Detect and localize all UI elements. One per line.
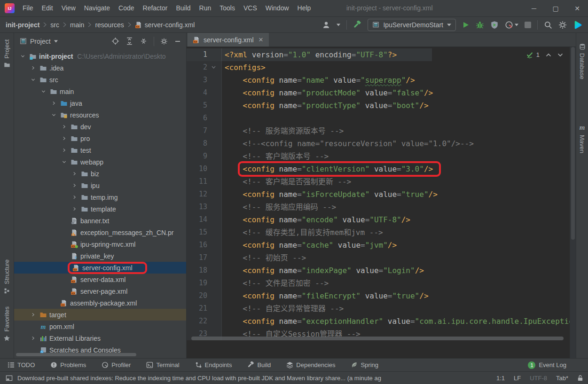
code-line-21[interactable]: 21 <!-- 自定义异常管理器 --> — [187, 302, 576, 315]
run-icon[interactable] — [462, 21, 470, 29]
tree-row-private-key[interactable]: ?private_key — [14, 250, 186, 262]
caret-position[interactable]: 1:1 — [496, 375, 505, 382]
tree-row-test[interactable]: test — [14, 144, 186, 156]
chevron-down-icon[interactable] — [60, 159, 68, 165]
tree-row-java[interactable]: java — [14, 97, 186, 109]
editor-tab-server-config[interactable]: <> server-config.xml ✕ — [188, 33, 269, 47]
gradient-play-icon[interactable] — [573, 20, 582, 30]
editor-gutter[interactable]: 9 — [187, 150, 222, 163]
stripe-tab-structure[interactable]: Structure — [0, 259, 14, 294]
chevron-right-icon[interactable] — [71, 183, 78, 188]
tree-row-ipu[interactable]: ipu — [14, 180, 186, 191]
code-line-18[interactable]: 18 <config name="indexPage" value="Login… — [187, 264, 576, 277]
tree-row-ipu-spring-mvc.xml[interactable]: <>ipu-spring-mvc.xml — [14, 238, 186, 250]
breadcrumb-item[interactable]: main — [70, 21, 84, 29]
collapse-all-icon[interactable] — [140, 37, 148, 45]
code-line-10[interactable]: 10 <config name="clientVersion" value="3… — [187, 163, 576, 175]
chevron-right-icon[interactable] — [29, 336, 37, 341]
line-separator[interactable]: LF — [514, 375, 521, 382]
menu-view[interactable]: View — [57, 0, 80, 16]
event-log-button[interactable]: 1Event Log — [528, 361, 566, 369]
project-panel-title[interactable]: Project — [30, 38, 51, 45]
code-line-19[interactable]: 19 <!-- 文件是否加密 --> — [187, 277, 576, 290]
code-line-11[interactable]: 11 <!-- 客户端是否强制更新 --> — [187, 175, 576, 188]
coverage-icon[interactable] — [490, 21, 499, 29]
editor-gutter[interactable]: 12 — [187, 188, 222, 201]
editor-gutter[interactable]: 4 — [187, 86, 222, 99]
tree-row-pom.xml[interactable]: mpom.xml — [14, 321, 186, 332]
code-line-16[interactable]: 16 <config name="cache" value="jvm"/> — [187, 239, 576, 251]
search-icon[interactable] — [544, 21, 552, 29]
chevron-right-icon[interactable] — [29, 312, 37, 317]
tree-row-init-project[interactable]: init-projectC:\Users\Administrator\Deskt… — [14, 50, 186, 62]
breadcrumb-item[interactable]: resources — [95, 21, 124, 29]
toolwindow-button-profiler[interactable]: Profiler — [102, 361, 131, 368]
editor-gutter[interactable]: 17 — [187, 251, 222, 264]
editor-gutter[interactable]: 11 — [187, 175, 222, 188]
menu-file[interactable]: File — [18, 0, 38, 16]
code-line-9[interactable]: 9 <!-- 客户端版本号 --> — [187, 150, 576, 163]
editor-gutter[interactable]: 1 — [187, 48, 222, 61]
user-account-icon[interactable] — [322, 21, 330, 29]
chevron-right-icon[interactable] — [60, 148, 68, 153]
indent-style[interactable]: Tab* — [556, 375, 568, 382]
tree-row-external-libraries[interactable]: External Libraries — [14, 332, 186, 344]
stripe-tab-database[interactable]: Database — [576, 43, 588, 79]
tree-row-target[interactable]: target — [14, 309, 186, 321]
menu-window[interactable]: Window — [261, 0, 293, 16]
code-line-5[interactable]: 5 <config name="productType" value="boot… — [187, 99, 576, 112]
close-button[interactable]: ✕ — [566, 0, 588, 16]
tree-row-src[interactable]: src — [14, 74, 186, 86]
tree-horizontal-scrollbar[interactable] — [16, 353, 136, 356]
minimize-button[interactable]: ─ — [523, 0, 545, 16]
lock-icon[interactable] — [577, 375, 583, 382]
tree-row-webapp[interactable]: webapp — [14, 156, 186, 168]
tree-row-banner.txt[interactable]: banner.txt — [14, 215, 186, 227]
breadcrumb-item[interactable]: src — [50, 21, 59, 29]
status-message[interactable]: Download pre-built shared indexes: Reduc… — [17, 375, 381, 382]
menu-navigate[interactable]: Navigate — [80, 0, 114, 16]
editor-gutter[interactable]: 13 — [187, 201, 222, 213]
maximize-button[interactable]: ▢ — [545, 0, 566, 16]
chevron-down-icon[interactable] — [50, 112, 58, 118]
breadcrumb-item[interactable]: init-project — [6, 21, 39, 29]
code-line-8[interactable]: 8 <!--<config name="resourceVersion" val… — [187, 137, 576, 150]
editor-gutter[interactable]: 10 — [187, 163, 222, 175]
locate-file-icon[interactable] — [111, 37, 119, 45]
code-line-2[interactable]: 2<configs> — [187, 61, 576, 74]
menu-code[interactable]: Code — [114, 0, 138, 16]
chevron-right-icon[interactable] — [60, 124, 68, 129]
chevron-down-icon[interactable] — [54, 40, 58, 43]
tree-row-.idea[interactable]: .idea — [14, 62, 186, 74]
tree-row-pro[interactable]: pro — [14, 133, 186, 144]
tree-row-server-config.xml[interactable]: <>server-config.xml — [14, 262, 186, 274]
menu-build[interactable]: Build — [172, 0, 195, 16]
menu-refactor[interactable]: Refactor — [139, 0, 172, 16]
editor-gutter[interactable]: 20 — [187, 290, 222, 302]
code-line-6[interactable]: 6 — [187, 112, 576, 125]
editor-gutter[interactable]: 18 — [187, 264, 222, 277]
chevron-right-icon[interactable] — [71, 206, 78, 212]
tree-row-assembly-package.xml[interactable]: <>assembly-package.xml — [14, 297, 186, 309]
editor-gutter[interactable]: 3 — [187, 74, 222, 86]
chevron-right-icon[interactable] — [71, 171, 78, 176]
editor-gutter[interactable]: 14 — [187, 213, 222, 226]
code-line-7[interactable]: 7 <!-- 服务端资源版本号 --> — [187, 125, 576, 137]
code-line-14[interactable]: 14 <config name="encode" value="UTF-8"/> — [187, 213, 576, 226]
tree-row-resources[interactable]: resources — [14, 109, 186, 121]
code-line-4[interactable]: 4 <config name="productMode" value="fals… — [187, 86, 576, 99]
code-line-12[interactable]: 12 <config name="isForceUpdate" value="t… — [187, 188, 576, 201]
chevron-down-icon[interactable] — [337, 24, 340, 26]
toolwindow-button-spring[interactable]: Spring — [351, 361, 378, 368]
editor-gutter[interactable]: 19 — [187, 277, 222, 290]
menu-run[interactable]: Run — [195, 0, 216, 16]
run-configuration-select[interactable]: IpuServerDemoStart — [368, 19, 456, 31]
stop-icon[interactable] — [525, 22, 531, 28]
tree-row-server-data.xml[interactable]: <>server-data.xml — [14, 274, 186, 285]
menu-vcs[interactable]: VCS — [239, 0, 261, 16]
tree-row-dev[interactable]: dev — [14, 121, 186, 133]
inspection-ok-icon[interactable] — [526, 51, 533, 59]
expand-all-icon[interactable] — [125, 37, 133, 45]
code-line-13[interactable]: 13 <!-- 服务端应用编码 --> — [187, 201, 576, 213]
editor-gutter[interactable]: 7 — [187, 125, 222, 137]
